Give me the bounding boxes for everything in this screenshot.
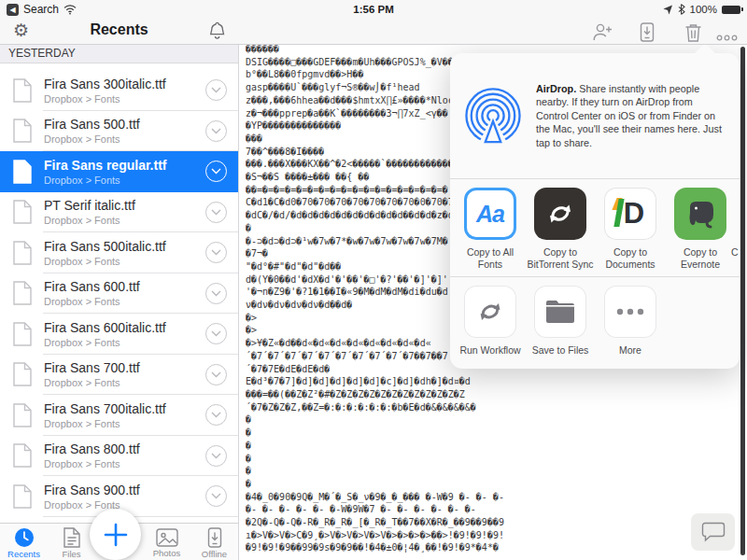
file-meta: Fira Sans 300italic.ttf Dropbox > Fonts (44, 77, 205, 105)
airdrop-section[interactable]: AirDrop. Share instantly with people nea… (450, 53, 740, 179)
photos-image-icon (156, 528, 178, 547)
file-subtitle: Dropbox > Fonts (44, 215, 205, 226)
add-button[interactable] (90, 509, 141, 560)
share-app-bittorrent-sync[interactable]: Copy to BitTorrent Sync (528, 188, 593, 276)
file-row[interactable]: Fira Sans 700italic.ttf Dropbox > Fonts (0, 395, 238, 436)
sidebar-title: Recents (0, 21, 238, 38)
chevron-down-icon[interactable] (205, 161, 227, 182)
battery-icon (722, 6, 740, 14)
speech-bubble-icon (701, 522, 726, 542)
document-icon (13, 403, 32, 427)
tab-photos[interactable]: Photos (143, 524, 190, 560)
file-meta: Fira Sans 700italic.ttf Dropbox > Fonts (44, 401, 205, 429)
feedback-bubble-button[interactable] (691, 513, 735, 551)
file-subtitle: Dropbox > Fonts (44, 296, 205, 307)
chevron-down-icon[interactable] (205, 283, 227, 304)
file-subtitle: Dropbox > Fonts (44, 377, 205, 388)
file-row[interactable]: Fira Sans 600.ttf Dropbox > Fonts (0, 273, 238, 315)
tab-recents[interactable]: Recents (0, 524, 48, 560)
document-icon (13, 119, 32, 143)
action-more[interactable]: More (598, 286, 663, 369)
trash-icon[interactable] (684, 22, 703, 46)
document-icon (13, 160, 32, 184)
file-subtitle: Dropbox > Fonts (44, 337, 205, 348)
file-subtitle: Dropbox > Fonts (44, 256, 205, 267)
chevron-down-icon[interactable] (205, 485, 227, 507)
file-name: Fira Sans 700.ttf (44, 360, 205, 375)
share-app-evernote[interactable]: Copy to Evernote (668, 188, 733, 276)
chevron-down-icon[interactable] (205, 323, 227, 344)
run-workflow-icon (464, 286, 516, 338)
files-document-icon (63, 527, 80, 548)
file-row[interactable]: Fira Sans regular.ttf Dropbox > Fonts (0, 151, 238, 192)
chevron-down-icon[interactable] (205, 79, 227, 101)
file-name: Fira Sans 300italic.ttf (44, 77, 205, 91)
document-icon (13, 362, 32, 386)
file-name: Fira Sans 600.ttf (44, 279, 205, 294)
file-subtitle: Dropbox > Fonts (44, 93, 205, 105)
file-subtitle: Dropbox > Fonts (44, 133, 205, 145)
document-icon (13, 241, 32, 265)
recents-clock-icon (14, 527, 35, 548)
chevron-down-icon[interactable] (205, 445, 227, 467)
sidebar: YESTERDAY Fira Sans 300italic.ttf Dropbo… (0, 45, 238, 560)
action-run-workflow[interactable]: Run Workflow (458, 286, 523, 369)
chevron-down-icon[interactable] (205, 364, 227, 385)
share-apps-row: Aa Copy to All Fonts Copy to BitTorrent … (450, 179, 740, 277)
save-to-device-icon[interactable] (637, 22, 657, 46)
file-name: Fira Sans 600italic.ttf (44, 320, 205, 335)
status-time: 1:56 PM (0, 4, 747, 15)
location-icon (663, 5, 673, 15)
chevron-down-icon[interactable] (205, 404, 227, 426)
chevron-down-icon[interactable] (205, 242, 227, 263)
file-meta: Fira Sans 500.ttf Dropbox > Fonts (44, 117, 205, 145)
status-bar: ◀ Search 1:56 PM 100% (0, 0, 747, 19)
document-icon (13, 281, 32, 305)
airdrop-text: AirDrop. Share instantly with people nea… (536, 82, 726, 150)
file-subtitle: Dropbox > Fonts (44, 499, 205, 511)
documents-d-letter: D (624, 197, 644, 231)
document-icon (13, 322, 32, 346)
file-name: Fira Sans 800.ttf (44, 441, 205, 456)
file-name: Fira Sans 500.ttf (44, 117, 205, 132)
share-app-documents[interactable]: D Copy to Documents (598, 188, 663, 276)
bittorrent-sync-app-icon (534, 188, 586, 240)
file-row[interactable]: Fira Sans 300italic.ttf Dropbox > Fonts (0, 70, 238, 111)
tab-files[interactable]: Files (48, 524, 95, 560)
airdrop-icon (465, 88, 521, 144)
partial-app-label: C (731, 246, 739, 258)
share-sheet-popover: AirDrop. Share instantly with people nea… (450, 53, 740, 369)
share-actions-row: Run Workflow Save to Files More (450, 277, 740, 369)
document-icon (13, 78, 32, 103)
action-save-to-files[interactable]: Save to Files (528, 286, 593, 369)
file-name: Fira Sans 900.ttf (44, 483, 205, 497)
offline-device-icon (207, 527, 222, 548)
file-meta: Fira Sans 600.ttf Dropbox > Fonts (44, 279, 205, 307)
file-row[interactable]: PT Serif italic.ttf Dropbox > Fonts (0, 192, 238, 233)
file-list[interactable]: Fira Sans 300italic.ttf Dropbox > Fonts … (0, 63, 238, 557)
bluetooth-icon (678, 4, 685, 15)
more-ellipsis-icon[interactable] (716, 28, 738, 45)
share-app-all-fonts[interactable]: Aa Copy to All Fonts (458, 188, 523, 276)
file-row[interactable]: Fira Sans 500italic.ttf Dropbox > Fonts (0, 232, 238, 273)
add-contact-icon[interactable] (592, 22, 613, 45)
tab-offline[interactable]: Offline (190, 524, 238, 560)
file-row[interactable]: Fira Sans 700.ttf Dropbox > Fonts (0, 355, 238, 396)
file-meta: Fira Sans regular.ttf Dropbox > Fonts (44, 158, 205, 186)
file-meta: Fira Sans 500italic.ttf Dropbox > Fonts (44, 239, 205, 267)
notifications-bell-icon[interactable] (207, 21, 227, 46)
file-meta: Fira Sans 900.ttf Dropbox > Fonts (44, 483, 205, 511)
nav-bar: ⚙ Recents (0, 19, 747, 45)
file-row[interactable]: Fira Sans 800.ttf Dropbox > Fonts (0, 436, 238, 477)
section-header: YESTERDAY (0, 45, 238, 63)
chevron-down-icon[interactable] (205, 120, 227, 142)
file-meta: Fira Sans 800.ttf Dropbox > Fonts (44, 441, 205, 469)
file-subtitle: Dropbox > Fonts (44, 458, 205, 469)
file-row[interactable]: Fira Sans 600italic.ttf Dropbox > Fonts (0, 314, 238, 355)
document-icon (13, 200, 32, 224)
chevron-down-icon[interactable] (205, 202, 227, 223)
file-row[interactable]: Fira Sans 500.ttf Dropbox > Fonts (0, 111, 238, 152)
file-name: Fira Sans 700italic.ttf (44, 401, 205, 416)
documents-app-icon: D (604, 188, 656, 240)
scrollbar[interactable] (740, 47, 745, 555)
